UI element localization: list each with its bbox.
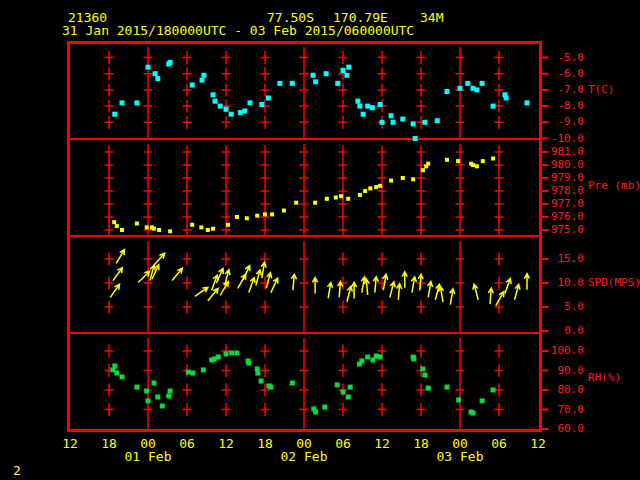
page-label: 2 <box>13 464 21 477</box>
wind-arrow <box>261 262 266 278</box>
temperature-point <box>153 71 158 76</box>
humidity-point <box>224 351 229 356</box>
wind-arrow <box>220 282 228 296</box>
pressure-point <box>421 168 425 172</box>
humidity-point <box>151 381 156 386</box>
pressure-point <box>235 215 239 219</box>
wind-arrow <box>208 289 218 301</box>
x-axis-hour-label: 12 <box>62 437 78 450</box>
pressure-point <box>206 228 210 232</box>
temperature-point <box>248 100 253 105</box>
humidity-point <box>365 355 370 360</box>
humidity-point <box>335 382 340 387</box>
temperature-point <box>380 120 385 125</box>
humidity-point <box>268 385 273 390</box>
wind-arrow <box>524 274 529 290</box>
pressure-point <box>255 214 259 218</box>
humidity-point <box>378 355 383 360</box>
meteogram-screen: 21360 77.50S 170.79E 34M 31 Jan 2015/180… <box>0 0 640 480</box>
wind-arrow <box>338 282 343 298</box>
temperature-point <box>525 100 530 105</box>
wind-arrow <box>249 278 255 293</box>
temperature-point <box>361 112 366 117</box>
humidity-ytick-label: 80.0 <box>544 384 584 395</box>
wind-arrow <box>195 287 208 296</box>
pressure-point <box>245 216 249 220</box>
pressure-point <box>294 201 298 205</box>
temperature-point <box>324 71 329 76</box>
humidity-point <box>348 385 353 390</box>
wind-axis-title: SPD(MPS) <box>588 277 640 288</box>
wind-arrow <box>390 282 395 298</box>
humidity-point <box>259 379 264 384</box>
temperature-point <box>504 96 509 101</box>
temperature-point <box>445 89 450 94</box>
humidity-point <box>216 355 221 360</box>
pressure-point <box>313 201 317 205</box>
humidity-point <box>190 371 195 376</box>
temperature-ytick-label: -10.0 <box>544 133 584 144</box>
pressure-ytick-label: 981.0 <box>544 146 584 157</box>
temperature-point <box>146 65 151 70</box>
humidity-ytick-label: 70.0 <box>544 404 584 415</box>
wind-arrow <box>373 277 378 293</box>
wind-arrow <box>450 289 455 305</box>
pressure-point <box>190 223 194 227</box>
temperature-point <box>422 120 427 125</box>
pressure-point <box>491 157 495 161</box>
temperature-point <box>411 121 416 126</box>
temperature-point <box>435 118 440 123</box>
wind-arrow <box>172 268 182 280</box>
pressure-point <box>325 197 329 201</box>
humidity-point <box>491 388 496 393</box>
pressure-point <box>211 227 215 231</box>
humidity-point <box>160 404 165 409</box>
pressure-point <box>282 209 286 213</box>
pressure-point <box>363 189 367 193</box>
temperature-point <box>290 81 295 86</box>
humidity-point <box>359 358 364 363</box>
pressure-point <box>339 194 343 198</box>
temperature-point <box>259 102 264 107</box>
temperature-point <box>201 73 206 78</box>
temperature-point <box>370 105 375 110</box>
x-axis-hour-label: 06 <box>491 437 507 450</box>
humidity-point <box>246 361 251 366</box>
temperature-point <box>200 78 205 83</box>
humidity-point <box>322 405 327 410</box>
pressure-ytick-label: 979.0 <box>544 172 584 183</box>
wind-arrow <box>266 273 271 289</box>
temperature-point <box>341 68 346 73</box>
wind-arrow <box>515 284 520 300</box>
wind-arrow <box>364 279 369 295</box>
humidity-ytick-label: 100.0 <box>544 345 584 356</box>
pressure-point <box>334 196 338 200</box>
humidity-point <box>146 398 151 403</box>
wind-arrow <box>505 279 511 294</box>
wind-arrow <box>243 266 250 281</box>
temperature-point <box>458 86 463 91</box>
temperature-point <box>238 110 243 115</box>
humidity-point <box>422 373 427 378</box>
x-axis-date-label: 01 Feb <box>125 450 172 463</box>
humidity-point <box>346 395 351 400</box>
x-axis-date-label: 03 Feb <box>437 450 484 463</box>
temperature-point <box>413 136 418 141</box>
pressure-point <box>481 159 485 163</box>
wind-arrow <box>488 288 493 304</box>
wind-arrow <box>291 274 296 290</box>
temperature-ytick-label: -9.0 <box>544 116 584 127</box>
temperature-point <box>211 92 216 97</box>
wind-ytick-label: 10.0 <box>544 277 584 288</box>
humidity-point <box>168 389 173 394</box>
humidity-point <box>255 371 260 376</box>
humidity-point <box>290 381 295 386</box>
temperature-point <box>491 104 496 109</box>
temperature-ytick-label: -5.0 <box>544 52 584 63</box>
temperature-point <box>357 104 362 109</box>
x-axis-date-label: 02 Feb <box>281 450 328 463</box>
humidity-point <box>235 351 240 356</box>
pressure-point <box>456 159 460 163</box>
humidity-point <box>426 386 431 391</box>
x-axis-hour-label: 18 <box>257 437 273 450</box>
